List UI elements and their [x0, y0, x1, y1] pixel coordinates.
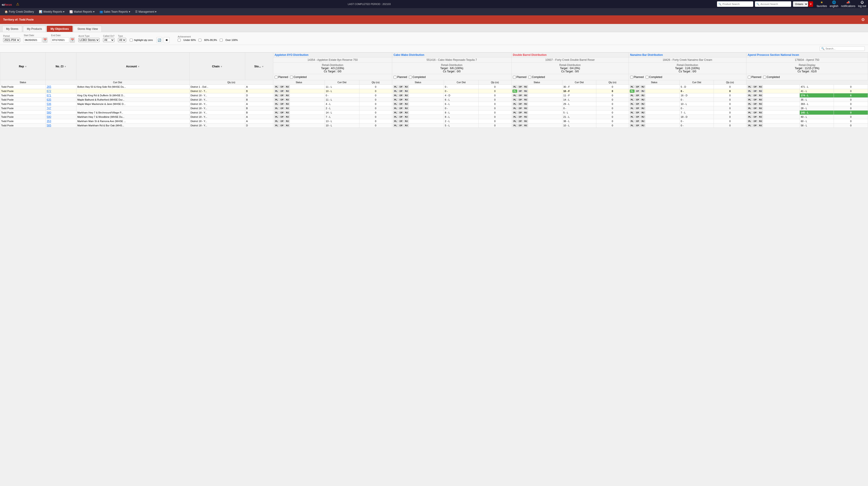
double-pl-btn[interactable]: PL — [513, 115, 518, 118]
appleton-pl-btn[interactable]: PL — [274, 111, 279, 114]
appleton-rj-btn[interactable]: RJ — [285, 115, 290, 118]
cabo-rj-btn[interactable]: RJ — [404, 94, 409, 97]
aperol-pl-btn[interactable]: PL — [747, 111, 752, 114]
nanaimo-rj-btn[interactable]: RJ — [641, 115, 646, 118]
double-rj-btn[interactable]: RJ — [523, 107, 528, 110]
highlight-qty-zero-checkbox[interactable] — [130, 39, 133, 41]
province-select-wrap[interactable]: Ontario ▾ — [793, 1, 813, 7]
nanaimo-rj-btn[interactable]: RJ — [641, 111, 646, 114]
appleton-pl-btn[interactable]: PL — [274, 124, 279, 127]
double-pl-btn[interactable]: PL — [513, 102, 518, 105]
nanaimo-pl-btn[interactable]: PL — [630, 111, 635, 114]
nocl-link[interactable]: 353 — [46, 120, 51, 123]
appleton-cp-btn[interactable]: CP — [279, 111, 285, 114]
cabo-cp-btn[interactable]: CP — [399, 115, 404, 118]
appleton-planned-chk[interactable] — [275, 76, 278, 79]
nav-sales[interactable]: 👥 Sales Team Reports ▾ — [97, 9, 132, 14]
rep-sort-icon[interactable]: ▼ — [25, 65, 27, 68]
aperol-cp-btn[interactable]: CP — [752, 94, 758, 97]
appleton-rj-btn[interactable]: RJ — [285, 90, 290, 93]
nocl-link[interactable]: 747 — [46, 107, 51, 110]
period-select[interactable]: 2021-P04 — [3, 38, 20, 42]
cabo-rj-btn[interactable]: RJ — [404, 90, 409, 93]
nanaimo-rj-btn[interactable]: RJ — [641, 102, 646, 105]
product-search-input[interactable] — [722, 3, 749, 5]
appleton-rj-btn[interactable]: RJ — [285, 120, 290, 123]
settings-gear-btn[interactable]: ⚙ — [861, 17, 865, 22]
cabo-pl-btn[interactable]: PL — [393, 120, 398, 123]
logout-btn[interactable]: ⏻ log out — [858, 0, 866, 8]
nanaimo-pl-btn[interactable]: PL — [630, 107, 635, 110]
double-planned-chk[interactable] — [513, 76, 516, 79]
nanaimo-pl-btn[interactable]: PL — [630, 124, 635, 127]
called-on-select[interactable]: All Yes No — [103, 38, 114, 42]
aperol-cp-btn[interactable]: CP — [752, 90, 758, 93]
appleton-pl-btn[interactable]: PL — [274, 115, 279, 118]
aperol-rj-btn[interactable]: RJ — [758, 115, 763, 118]
cabo-pl-btn[interactable]: PL — [393, 124, 398, 127]
double-rj-btn[interactable]: RJ — [523, 98, 528, 101]
aperol-pl-btn[interactable]: PL — [747, 107, 752, 110]
aperol-cp-btn[interactable]: CP — [752, 102, 758, 105]
aperol-pl-btn[interactable]: PL — [747, 85, 752, 88]
appleton-rj-btn[interactable]: RJ — [285, 102, 290, 105]
appleton-rj-btn[interactable]: RJ — [285, 124, 290, 127]
cabo-pl-btn[interactable]: PL — [393, 98, 398, 101]
cabo-rj-btn[interactable]: RJ — [404, 102, 409, 105]
tab-my-objectives[interactable]: My Objectives — [47, 26, 73, 32]
appleton-cp-btn[interactable]: CP — [279, 120, 285, 123]
nanaimo-cp-btn[interactable]: CP — [635, 115, 640, 118]
aperol-completed-chk[interactable] — [763, 76, 766, 79]
nanaimo-pl-btn[interactable]: PL — [630, 94, 635, 97]
refresh-btn[interactable]: 🔄 — [156, 37, 162, 43]
aperol-cp-btn[interactable]: CP — [752, 98, 758, 101]
aperol-rj-btn[interactable]: RJ — [758, 98, 763, 101]
nocl-link[interactable]: 590 — [46, 115, 51, 118]
cabo-pl-btn[interactable]: PL — [393, 90, 398, 93]
cabo-rj-btn[interactable]: RJ — [404, 124, 409, 127]
start-date-calendar-icon[interactable]: 📅 — [42, 37, 48, 43]
double-pl-btn[interactable]: PL — [513, 111, 518, 114]
60-99-checkbox[interactable] — [198, 39, 202, 41]
nanaimo-pl-btn[interactable]: PL — [630, 98, 635, 101]
double-cp-btn[interactable]: CP — [518, 124, 523, 127]
double-cp-btn[interactable]: CP — [518, 94, 523, 97]
cabo-cp-btn[interactable]: CP — [399, 107, 404, 110]
nanaimo-rj-btn[interactable]: RJ — [641, 85, 646, 88]
nocl-link[interactable]: 265 — [46, 85, 51, 88]
nanaimo-cp-btn[interactable]: CP — [635, 94, 640, 97]
cabo-cp-btn[interactable]: CP — [399, 98, 404, 101]
aperol-pl-btn[interactable]: PL — [747, 98, 752, 101]
nanaimo-cp-btn[interactable]: CP — [635, 102, 640, 105]
aperol-rj-btn[interactable]: RJ — [758, 90, 763, 93]
nocl-link[interactable]: 635 — [46, 98, 51, 101]
over-100-checkbox[interactable] — [220, 39, 223, 41]
end-date-input[interactable] — [51, 37, 69, 43]
nav-weekly[interactable]: 📊 Weekly Reports ▾ — [37, 9, 67, 14]
appleton-pl-btn[interactable]: PL — [274, 107, 279, 110]
appleton-pl-btn[interactable]: PL — [274, 90, 279, 93]
nocl-sort-icon[interactable]: ▼ — [64, 65, 66, 68]
appleton-pl-btn[interactable]: PL — [274, 120, 279, 123]
aperol-rj-btn[interactable]: RJ — [758, 94, 763, 97]
aperol-cp-btn[interactable]: CP — [752, 107, 758, 110]
account-search-input[interactable] — [761, 3, 787, 5]
cabo-rj-btn[interactable]: RJ — [404, 85, 409, 88]
nanaimo-rj-btn[interactable]: RJ — [641, 120, 646, 123]
aperol-cp-btn[interactable]: CP — [752, 120, 758, 123]
aperol-pl-btn[interactable]: PL — [747, 115, 752, 118]
cabo-cp-btn[interactable]: CP — [399, 120, 404, 123]
cabo-rj-btn[interactable]: RJ — [404, 98, 409, 101]
nanaimo-rj-btn[interactable]: RJ — [641, 124, 646, 127]
double-rj-btn[interactable]: RJ — [523, 94, 528, 97]
english-btn[interactable]: 🌐 english — [830, 0, 838, 8]
cabo-cp-btn[interactable]: CP — [399, 124, 404, 127]
cabo-cp-btn[interactable]: CP — [399, 111, 404, 114]
end-date-calendar-icon[interactable]: 📅 — [70, 37, 75, 43]
nav-home[interactable]: 🏠 Forty Creek Distillery — [2, 9, 36, 14]
aperol-pl-btn[interactable]: PL — [747, 90, 752, 93]
nocl-link[interactable]: 585 — [46, 124, 51, 127]
nocl-link[interactable]: 671 — [46, 94, 51, 97]
double-pl-btn[interactable]: PL — [513, 120, 518, 123]
aperol-pl-btn[interactable]: PL — [747, 124, 752, 127]
